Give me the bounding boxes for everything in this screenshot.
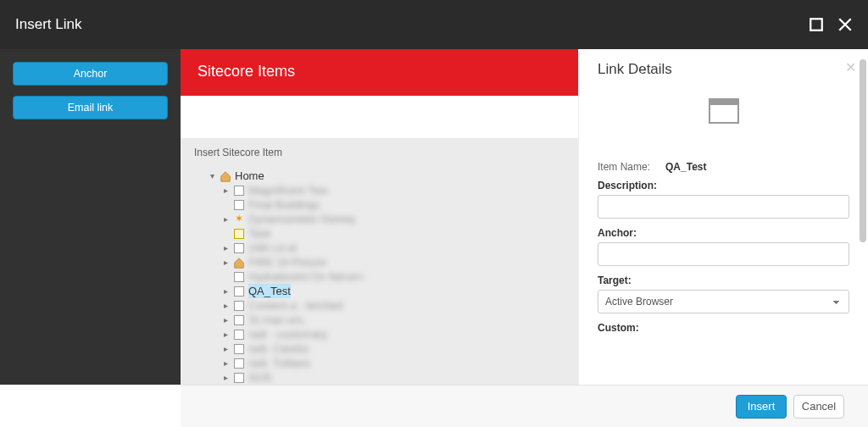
- tree-item[interactable]: ▸24th Lit et: [221, 241, 570, 255]
- dialog-title: Insert Link: [15, 16, 81, 33]
- page-icon: [233, 300, 245, 312]
- tree-item[interactable]: ▸To man ors.: [221, 313, 570, 327]
- anchor-input[interactable]: [598, 242, 849, 266]
- tree-item-label: To man ors.: [248, 313, 306, 327]
- link-details-panel: ✕ Link Details Item Name: QA_Test Descri…: [578, 49, 868, 385]
- svg-rect-4: [709, 99, 738, 105]
- tree-item-label: QA_Test: [248, 284, 291, 298]
- mid-toolbar: [181, 96, 578, 138]
- anchor-label: Anchor:: [598, 227, 849, 239]
- content-tree[interactable]: ▾ Home ▸Magnificent TwoFinal Buildings▸✶…: [181, 169, 578, 385]
- scrollbar-indicator[interactable]: [860, 59, 866, 242]
- tree-item-label: Task: [248, 226, 271, 241]
- middle-panel: Sitecore Items Insert Sitecore Item ▾ Ho…: [181, 49, 578, 385]
- email-link-button[interactable]: Email link: [13, 96, 168, 119]
- dialog-titlebar: Insert Link: [0, 0, 868, 49]
- tree-item-label: radi. Tullians: [248, 356, 310, 370]
- chevron-down-icon[interactable]: ▾: [208, 169, 216, 183]
- cancel-button[interactable]: Cancel: [793, 395, 844, 419]
- chevron-right-icon[interactable]: ▸: [221, 255, 230, 269]
- page-icon: [233, 271, 245, 283]
- maximize-icon[interactable]: [809, 17, 824, 32]
- tree-root-home[interactable]: ▾ Home: [208, 169, 570, 183]
- link-details-title: Link Details: [598, 61, 849, 78]
- tree-item-label: Final Buildings: [248, 197, 320, 212]
- anchor-button[interactable]: Anchor: [13, 62, 168, 86]
- tree-item-label: Content a - terched: [248, 298, 342, 313]
- tree-item-label: SOS: [248, 370, 271, 385]
- tree-item-label: FIRE 24 Picture: [248, 255, 326, 269]
- target-select[interactable]: Active Browser: [598, 290, 849, 313]
- tree-item-label: Hydratecent On Nerve+: [248, 269, 364, 284]
- page-icon: [233, 314, 245, 326]
- page-icon: [233, 329, 245, 341]
- insert-button[interactable]: Insert: [736, 395, 787, 419]
- item-name-label: Item Name:: [598, 161, 650, 173]
- sitecore-items-header: Sitecore Items: [181, 49, 578, 96]
- page-yellow-icon: [233, 228, 245, 240]
- chevron-right-icon[interactable]: ▸: [221, 356, 230, 370]
- description-input[interactable]: [598, 195, 849, 219]
- tree-item[interactable]: ▸✶Dynamometer Homey: [221, 212, 570, 226]
- home-icon: [233, 257, 245, 269]
- tree-item-label: Dynamometer Homey: [248, 212, 355, 226]
- chevron-right-icon[interactable]: ▸: [221, 241, 230, 255]
- tree-item-label: radi. Careful: [248, 341, 309, 356]
- page-icon: [233, 372, 245, 384]
- chevron-right-icon[interactable]: ▸: [221, 341, 230, 356]
- chevron-right-icon[interactable]: ▸: [221, 284, 230, 298]
- left-sidebar: Anchor Email link: [0, 49, 181, 385]
- item-thumbnail-icon: [709, 98, 739, 124]
- tree-item[interactable]: ▸Magnificent Two: [221, 183, 570, 197]
- tree-item[interactable]: ▸radi. Tullians: [221, 356, 570, 370]
- close-icon[interactable]: [837, 17, 853, 32]
- home-icon: [220, 170, 231, 182]
- page-icon: [233, 242, 245, 254]
- tree-item[interactable]: ▸Content a - terched: [221, 298, 570, 313]
- page-icon: [233, 343, 245, 355]
- tree-item[interactable]: Hydratecent On Nerve+: [221, 269, 570, 284]
- page-icon: [233, 199, 245, 211]
- close-details-icon[interactable]: ✕: [845, 59, 856, 75]
- spark-icon: ✶: [233, 214, 245, 225]
- chevron-right-icon[interactable]: ▸: [221, 327, 230, 341]
- chevron-right-icon[interactable]: ▸: [221, 212, 230, 226]
- page-icon: [233, 185, 245, 197]
- tree-item-label: Magnificent Two: [248, 183, 328, 197]
- custom-label: Custom:: [598, 322, 849, 334]
- svg-rect-0: [810, 19, 822, 30]
- insert-sitecore-item-label: Insert Sitecore Item: [181, 138, 578, 169]
- item-name-value: QA_Test: [665, 161, 706, 173]
- tree-item-label: 24th Lit et: [248, 241, 297, 255]
- tree-root-label: Home: [235, 169, 264, 183]
- description-label: Description:: [598, 180, 849, 191]
- chevron-right-icon[interactable]: ▸: [221, 313, 230, 327]
- page-icon: [233, 358, 245, 369]
- tree-item[interactable]: ▸radi. Careful: [221, 341, 570, 356]
- chevron-right-icon[interactable]: ▸: [221, 183, 230, 197]
- tree-item[interactable]: ▸FIRE 24 Picture: [221, 255, 570, 269]
- tree-item[interactable]: ▸radi - customary: [221, 327, 570, 341]
- tree-item[interactable]: ▸QA_Test: [221, 284, 570, 298]
- tree-item[interactable]: Final Buildings: [221, 197, 570, 212]
- tree-item[interactable]: Task: [221, 226, 570, 241]
- target-label: Target:: [598, 274, 849, 286]
- page-icon: [233, 286, 245, 297]
- chevron-right-icon[interactable]: ▸: [221, 370, 230, 385]
- chevron-right-icon[interactable]: ▸: [221, 298, 230, 313]
- tree-item[interactable]: ▸SOS: [221, 370, 570, 385]
- window-controls: [809, 17, 853, 32]
- dialog-footer: Insert Cancel: [181, 385, 868, 427]
- item-name-row: Item Name: QA_Test: [598, 161, 849, 173]
- tree-item-label: radi - customary: [248, 327, 327, 341]
